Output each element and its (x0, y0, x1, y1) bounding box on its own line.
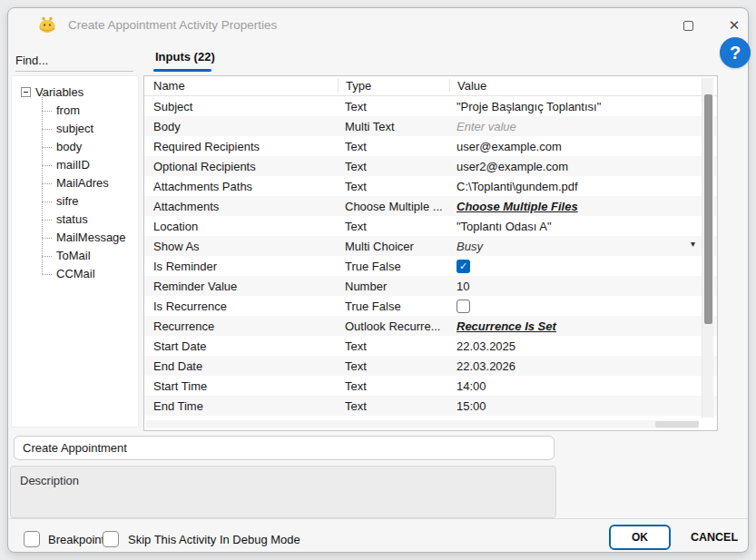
value-text[interactable]: 22.03.2025 (457, 339, 515, 353)
skip-debug-label: Skip This Activity In Debug Mode (128, 533, 300, 546)
maximize-button[interactable] (675, 15, 701, 35)
tree-item-status[interactable]: status (42, 211, 138, 229)
find-input[interactable] (15, 50, 133, 72)
row-value[interactable]: 14:00 (449, 379, 717, 393)
tree-item-subject[interactable]: subject (42, 120, 138, 138)
tree-root-variables[interactable]: Variables (12, 82, 138, 102)
table-row: SubjectText"Proje Başlangıç Toplantısı" (144, 96, 717, 116)
breakpoint-label: Breakpoint (48, 533, 104, 546)
row-value[interactable]: "Toplantı Odası A" (449, 220, 717, 233)
tree-item-mailID[interactable]: mailID (42, 156, 138, 174)
maximize-icon (683, 21, 693, 31)
row-value[interactable]: "Proje Başlangıç Toplantısı" (449, 100, 717, 113)
row-value[interactable]: Recurrence Is Set (449, 319, 717, 333)
ok-button[interactable]: OK (609, 525, 671, 550)
value-text[interactable]: 22.03.2026 (457, 359, 515, 373)
collapse-icon[interactable] (21, 87, 31, 97)
value-text[interactable]: 14:00 (457, 379, 486, 393)
row-name: Location (144, 220, 338, 233)
table-row: End TimeText15:00 (144, 396, 717, 416)
row-value[interactable]: Choose Multiple Files (449, 200, 717, 213)
inputs-table: Name Type Value SubjectText"Proje Başlan… (143, 75, 718, 431)
table-row: ▾Show AsMulti ChoicerBusy (144, 236, 717, 256)
value-placeholder[interactable]: Enter value (457, 120, 516, 133)
table-row: Is RecurrenceTrue False (144, 296, 717, 316)
tree-item-ToMail[interactable]: ToMail (42, 247, 138, 265)
value-text[interactable]: user2@example.com (457, 160, 568, 173)
value-link[interactable]: Recurrence Is Set (457, 319, 556, 333)
row-value[interactable]: Enter value (449, 120, 717, 133)
row-value[interactable]: 10 (449, 280, 717, 293)
table-row: Optional RecipientsTextuser2@example.com (144, 156, 717, 176)
row-type: Text (338, 379, 449, 393)
row-name: Is Recurrence (144, 300, 338, 313)
row-name: Attachments (144, 200, 338, 213)
window-title: Create Appointment Activity Properties (68, 18, 277, 32)
row-type: Multi Text (338, 120, 449, 133)
tab-inputs[interactable]: Inputs (22) (155, 50, 215, 64)
row-name: Reminder Value (144, 280, 338, 293)
table-row: End DateText22.03.2026 (144, 356, 717, 376)
row-value[interactable]: ✓ (449, 259, 717, 273)
tree-item-CCMail[interactable]: CCMail (42, 265, 138, 283)
tree-item-label: from (56, 103, 80, 117)
row-value[interactable]: Busy (449, 240, 717, 253)
row-value[interactable]: user@example.com (449, 140, 717, 153)
row-type: Multi Choicer (338, 240, 449, 253)
value-text[interactable]: 10 (457, 280, 469, 293)
close-button[interactable]: ✕ (722, 15, 747, 35)
value-text[interactable]: 15:00 (457, 399, 486, 413)
horizontal-scrollbar-thumb[interactable] (655, 421, 699, 427)
column-header-value: Value (449, 79, 717, 93)
value-text[interactable]: user@example.com (457, 140, 562, 153)
display-name-input[interactable] (14, 436, 555, 460)
value-dropdown[interactable]: Busy (457, 240, 483, 253)
tree-item-label: CCMail (56, 267, 95, 280)
row-type: Text (338, 180, 449, 193)
chevron-down-icon[interactable]: ▾ (691, 239, 695, 249)
tree-item-MailMessage[interactable]: MailMessage (42, 229, 138, 247)
tree-item-sifre[interactable]: sifre (42, 192, 138, 211)
value-text[interactable]: C:\Toplanti\gundem.pdf (457, 180, 578, 193)
row-value[interactable]: C:\Toplanti\gundem.pdf (449, 180, 717, 193)
table-row: BodyMulti TextEnter value (144, 116, 717, 136)
row-name: Is Reminder (144, 260, 338, 273)
table-row: AttachmentsChoose Multiple ...Choose Mul… (144, 196, 717, 216)
breakpoint-checkbox[interactable] (24, 531, 40, 547)
tree-item-MailAdres[interactable]: MailAdres (42, 174, 138, 192)
row-type: Text (338, 399, 449, 413)
value-checkbox-unchecked[interactable] (457, 300, 470, 313)
row-type: Choose Multiple ... (338, 200, 449, 213)
value-checkbox-checked[interactable]: ✓ (457, 260, 470, 273)
dialog-window: Create Appointment Activity Properties ✕… (7, 7, 749, 553)
row-value[interactable]: user2@example.com (449, 160, 717, 173)
value-text[interactable]: "Toplantı Odası A" (457, 220, 552, 233)
row-type: True False (338, 300, 449, 313)
description-textarea[interactable]: Description (10, 466, 556, 518)
skip-debug-checkbox[interactable] (103, 531, 119, 547)
row-name: Recurrence (144, 319, 338, 333)
row-type: Text (338, 140, 449, 153)
row-name: Subject (144, 100, 338, 113)
cancel-button[interactable]: CANCEL (682, 525, 747, 550)
row-value[interactable]: 15:00 (449, 399, 717, 413)
tree-item-from[interactable]: from (42, 102, 138, 120)
tree-item-label: subject (56, 122, 93, 135)
row-type: True False (338, 260, 449, 273)
row-value[interactable]: 22.03.2025 (449, 339, 717, 353)
row-value[interactable] (449, 299, 717, 313)
question-mark-icon: ? (730, 43, 741, 64)
value-text[interactable]: "Proje Başlangıç Toplantısı" (457, 100, 601, 113)
table-row: Is ReminderTrue False✓ (144, 256, 717, 276)
vertical-scrollbar[interactable] (702, 78, 713, 418)
horizontal-scrollbar[interactable] (146, 420, 699, 428)
tree-item-label: MailAdres (56, 176, 109, 190)
help-button[interactable]: ? (720, 37, 751, 68)
vertical-scrollbar-thumb[interactable] (704, 94, 712, 324)
tree-item-label: MailMessage (56, 231, 126, 244)
value-link[interactable]: Choose Multiple Files (457, 200, 578, 213)
row-value[interactable]: 22.03.2026 (449, 359, 717, 373)
tree-item-body[interactable]: body (42, 138, 138, 156)
row-name: Start Date (144, 339, 338, 353)
tree-item-label: mailID (56, 158, 90, 172)
